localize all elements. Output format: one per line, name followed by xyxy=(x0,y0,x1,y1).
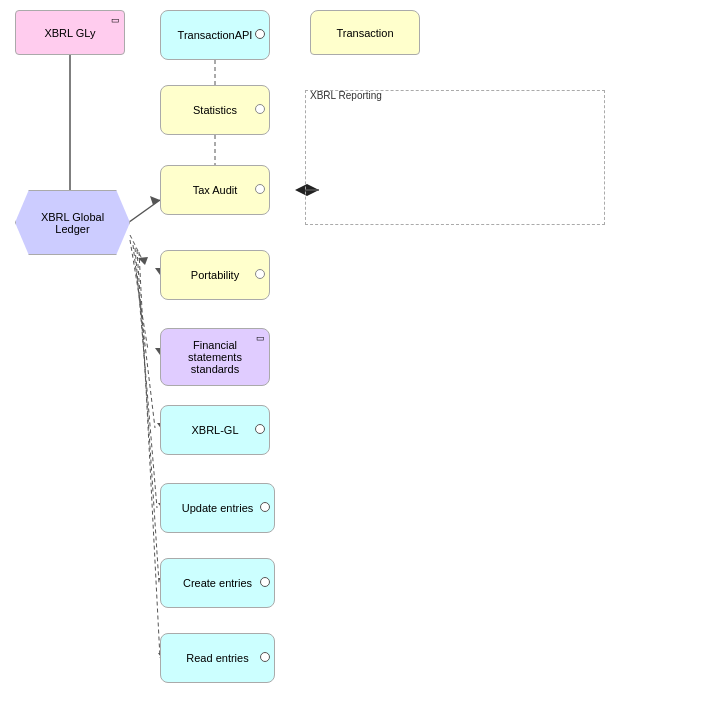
transaction-api-label: TransactionAPI xyxy=(178,29,253,41)
read-entries-icon xyxy=(260,652,270,664)
xbrl-gl-icon xyxy=(255,424,265,436)
create-entries-icon xyxy=(260,577,270,589)
tax-audit-label: Tax Audit xyxy=(193,184,238,196)
statistics-node: Statistics xyxy=(160,85,270,135)
xbrl-gly-node: XBRL GLy ▭ xyxy=(15,10,125,55)
portability-icon xyxy=(255,269,265,281)
financial-statements-icon: ▭ xyxy=(256,333,265,343)
svg-line-7 xyxy=(130,235,145,265)
svg-line-9 xyxy=(130,240,148,350)
create-entries-label: Create entries xyxy=(183,577,252,589)
xbrl-gly-label: XBRL GLy xyxy=(44,27,95,39)
svg-line-12 xyxy=(137,250,159,583)
transaction-api-node: TransactionAPI xyxy=(160,10,270,60)
tax-audit-icon xyxy=(255,184,265,196)
svg-marker-4 xyxy=(150,196,160,205)
transaction-label: Transaction xyxy=(336,27,393,39)
xbrl-gl-label: XBRL-GL xyxy=(191,424,238,436)
statistics-label: Statistics xyxy=(193,104,237,116)
xbrl-gl-node: XBRL-GL xyxy=(160,405,270,455)
svg-line-13 xyxy=(139,252,160,658)
read-entries-label: Read entries xyxy=(186,652,248,664)
xbrl-global-ledger-node: XBRL Global Ledger xyxy=(15,190,130,255)
xbrl-reporting-label: XBRL Reporting xyxy=(310,90,382,101)
portability-node: Portability xyxy=(160,250,270,300)
xbrl-reporting-box: XBRL Reporting xyxy=(305,90,605,225)
portability-label: Portability xyxy=(191,269,239,281)
create-entries-node: Create entries xyxy=(160,558,275,608)
financial-statements-node: Financial statements standards ▭ xyxy=(160,328,270,386)
financial-statements-label: Financial statements standards xyxy=(161,335,269,379)
update-entries-node: Update entries xyxy=(160,483,275,533)
statistics-icon xyxy=(255,104,265,116)
xbrl-global-ledger-label: XBRL Global Ledger xyxy=(16,211,129,235)
update-entries-icon xyxy=(260,502,270,514)
transaction-api-icon xyxy=(255,29,265,41)
xbrl-gly-icon: ▭ xyxy=(111,15,120,25)
svg-line-11 xyxy=(135,248,157,508)
svg-line-10 xyxy=(133,245,155,428)
svg-marker-8 xyxy=(138,257,148,265)
transaction-node: Transaction xyxy=(310,10,420,55)
tax-audit-node: Tax Audit xyxy=(160,165,270,215)
update-entries-label: Update entries xyxy=(182,502,254,514)
read-entries-node: Read entries xyxy=(160,633,275,683)
diagram-canvas: XBRL GLy ▭ TransactionAPI Transaction St… xyxy=(0,0,720,715)
svg-line-3 xyxy=(125,200,160,225)
